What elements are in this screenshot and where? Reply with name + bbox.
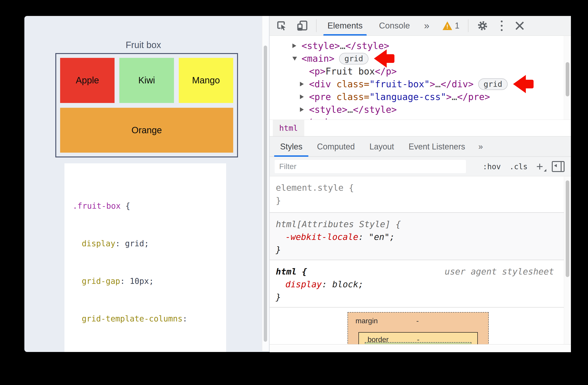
fruit-box-grid: Apple Kiwi Mango Orange (55, 53, 238, 157)
styles-scrollbar-thumb[interactable] (566, 180, 569, 277)
rendered-page-panel: Fruit box Apple Kiwi Mango Orange .fruit… (24, 16, 269, 352)
grid-badge-fruit-box[interactable]: grid (478, 78, 508, 90)
grid-badge-main[interactable]: grid (339, 53, 369, 64)
annotation-arrow-fruit-box (513, 75, 534, 93)
warning-count: 1 (455, 21, 459, 31)
styles-pane: element.style { } html[Attributes Style]… (270, 176, 571, 344)
styles-scrollbar-track (564, 176, 571, 344)
devtools-toolbar: Elements Console » ! 1 (270, 16, 571, 36)
tab-layout[interactable]: Layout (368, 136, 395, 157)
expand-arrow-icon[interactable] (300, 107, 309, 112)
dom-tree-scrollbar-thumb[interactable] (566, 62, 569, 96)
box-model-margin[interactable]: margin - border - (348, 312, 489, 344)
rule-selector-row: user agent stylesheethtml { (276, 265, 564, 278)
expand-arrow-icon[interactable] (300, 82, 309, 86)
annotation-arrow-main (374, 49, 394, 68)
styles-filter-input[interactable] (275, 160, 466, 173)
styles-horizontal-scroll-gutter (270, 344, 571, 352)
rule-selector[interactable]: element.style { (276, 181, 564, 194)
box-model-border[interactable]: border - (358, 332, 478, 344)
rule-element-style[interactable]: element.style { } (270, 176, 564, 213)
tab-computed[interactable]: Computed (316, 136, 356, 157)
page-scrollbar-thumb[interactable] (264, 45, 267, 342)
expand-arrow-icon[interactable] (300, 95, 309, 99)
dom-node-fruit-box-div[interactable]: <div class="fruit-box">…</div>grid (270, 78, 564, 90)
rule-selector: html[Attributes Style] { (276, 218, 564, 231)
warning-badge[interactable]: ! 1 (442, 21, 459, 31)
more-sidebar-tabs-icon[interactable]: » (477, 136, 484, 157)
stylesheet-origin: user agent stylesheet (445, 265, 554, 278)
dom-node-style-1[interactable]: <style>…</style> (270, 39, 564, 52)
tab-elements[interactable]: Elements (322, 16, 368, 36)
settings-gear-icon[interactable] (477, 20, 488, 31)
tab-event-listeners[interactable]: Event Listeners (407, 136, 466, 157)
css-code-block: .fruit-box { display: grid; grid-gap: 10… (64, 163, 226, 352)
collapse-panel-icon[interactable] (552, 161, 565, 172)
rule-close-brace: } (276, 194, 564, 207)
code-line: .fruit-box { (73, 200, 226, 212)
code-line: grid-template-columns: (73, 313, 226, 325)
close-icon[interactable] (515, 21, 525, 31)
fruit-cell-orange: Orange (60, 108, 233, 153)
devtools-panel: Elements Console » ! 1 <style>…</style> (269, 16, 571, 352)
device-toolbar-icon[interactable] (297, 20, 308, 31)
kebab-menu-icon[interactable] (501, 21, 503, 31)
collapse-arrow-icon[interactable] (293, 57, 301, 61)
sidebar-tabs: Styles Computed Layout Event Listeners » (270, 136, 571, 157)
breadcrumb: html (270, 120, 571, 136)
rule-user-agent-html[interactable]: user agent stylesheethtml { display: blo… (270, 260, 564, 308)
dom-tree-scrollbar-track (564, 36, 571, 120)
toolbar-divider (468, 19, 468, 32)
toggle-class-button[interactable]: .cls (509, 162, 527, 171)
fruit-cell-kiwi: Kiwi (119, 58, 174, 103)
page-scrollbar-track (262, 16, 269, 351)
box-model-padding[interactable] (365, 342, 471, 344)
toolbar-divider (316, 19, 316, 32)
tab-console[interactable]: Console (374, 16, 415, 36)
box-model-margin-value[interactable]: - (416, 317, 419, 325)
rule-close-brace: } (276, 291, 564, 303)
warning-icon: ! (442, 21, 452, 30)
inspect-element-icon[interactable] (276, 21, 287, 31)
css-declaration[interactable]: display: block; (276, 278, 564, 291)
new-style-rule-button[interactable]: + (536, 161, 543, 172)
code-line: display: grid; (73, 237, 226, 250)
css-declaration[interactable]: -webkit-locale: "en"; (276, 231, 564, 243)
dom-node-style-2[interactable]: <style>…</style> (270, 103, 564, 116)
box-model-margin-label: margin (356, 317, 378, 325)
rule-close-brace: } (276, 243, 564, 256)
fruit-cell-apple: Apple (60, 58, 115, 103)
fruit-cell-mango: Mango (179, 58, 233, 103)
code-line: grid-gap: 10px; (73, 275, 226, 287)
rule-attributes-style[interactable]: html[Attributes Style] { -webkit-locale:… (270, 213, 564, 260)
breadcrumb-item-html[interactable]: html (273, 120, 304, 136)
styles-filter-row: :hov .cls + (270, 157, 571, 176)
tab-styles[interactable]: Styles (279, 136, 304, 157)
dom-node-main-close[interactable]: </main> (270, 116, 564, 120)
code-line: [left] 1fr (73, 350, 226, 352)
more-tabs-icon[interactable]: » (424, 20, 429, 31)
screenshot-stage: Fruit box Apple Kiwi Mango Orange .fruit… (0, 0, 588, 385)
dom-tree: <style>…</style> <main>grid <p>Fruit box… (270, 36, 564, 120)
dom-node-main[interactable]: <main>grid (270, 52, 564, 65)
expand-arrow-icon[interactable] (293, 43, 301, 48)
toggle-hover-state-button[interactable]: :hov (483, 162, 501, 171)
page-title: Fruit box (24, 40, 262, 50)
